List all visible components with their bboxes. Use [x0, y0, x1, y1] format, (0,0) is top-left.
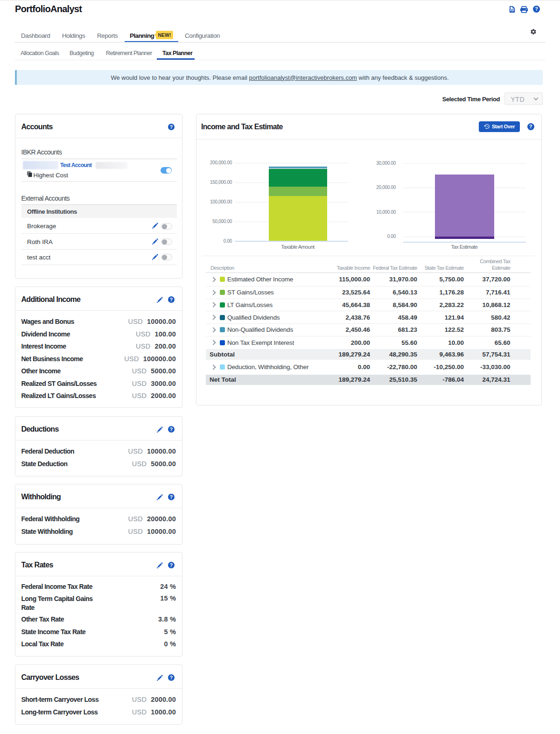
svg-text:PDF: PDF [510, 9, 515, 12]
